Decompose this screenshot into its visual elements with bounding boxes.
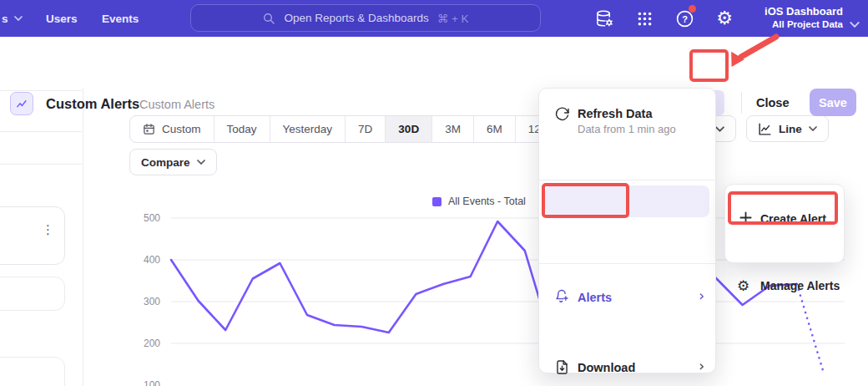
page-title: Custom Alerts [46,96,139,112]
range-yesterday[interactable]: Yesterday [270,116,346,142]
menu-item-rename[interactable]: Rename [539,303,715,335]
breadcrumb: Custom Alerts [139,98,214,111]
menu-item-download[interactable]: Download › [539,221,715,252]
svg-text:500: 500 [144,212,160,224]
svg-text:300: 300 [144,296,160,307]
chevron-down-icon [850,16,860,31]
nav-item-events[interactable]: Events [102,0,139,37]
project-switcher[interactable]: iOS Dashboard All Project Data [765,4,843,31]
alerts-submenu: Create Alert ⚙ Manage Alerts [724,184,845,263]
submenu-item-create-alert[interactable]: Create Alert [725,195,844,225]
range-7d[interactable]: 7D [346,116,386,142]
submenu-item-manage-alerts[interactable]: ⚙ Manage Alerts [725,228,844,258]
report-header: Custom Alerts Custom Alerts GV Duplicate… [0,37,868,88]
legend-swatch [432,197,442,206]
range-custom[interactable]: Custom [130,116,214,142]
gear-icon: ⚙ [737,277,749,294]
notification-dot [689,5,696,13]
nav-item-users[interactable]: Users [46,0,78,37]
menu-item-new-report[interactable]: New Report [539,270,715,302]
app-window: 500400300200100 All Events - Total ⋮ Cus… [0,0,868,386]
range-6m[interactable]: 6M [474,116,516,142]
calendar-icon [143,123,155,135]
menu-item-refresh-data[interactable]: Refresh Data Data from 1 min ago [539,95,715,135]
menu-divider [539,180,715,180]
range-3m[interactable]: 3M [432,116,474,142]
data-management-icon[interactable] [594,8,614,28]
range-today[interactable]: Today [214,116,270,142]
nav-item-truncated[interactable]: s [2,0,23,37]
chart-legend: All Events - Total [432,196,526,207]
project-subtitle: All Project Data [765,18,843,31]
svg-text:200: 200 [144,338,160,349]
kebab-menu-icon[interactable]: ⋮ [42,222,54,237]
search-shortcut: ⌘ + K [437,12,469,25]
range-custom-label: Custom [162,123,201,135]
legend-label: All Events - Total [448,196,526,207]
chevron-down-icon [715,126,724,132]
chevron-down-icon [14,16,23,21]
svg-text:?: ? [682,13,688,23]
refresh-status-text: Data from 1 min ago [578,123,676,135]
svg-text:100: 100 [144,379,160,386]
close-button[interactable]: Close [756,96,790,109]
menu-item-alerts[interactable]: Alerts › [539,185,715,217]
apps-grid-icon[interactable] [634,8,654,28]
header-divider [741,92,742,114]
svg-text:400: 400 [144,254,160,266]
save-button[interactable]: Save [810,89,856,116]
top-nav-bar: s Users Events Open Reports & Dashboards… [0,0,868,37]
global-search-input[interactable]: Open Reports & Dashboards ⌘ + K [190,4,541,32]
context-menu: Refresh Data Data from 1 min ago Undo ⌘ … [538,88,716,373]
menu-item-undo[interactable]: Undo ⌘ Z [539,140,715,172]
settings-gear-icon[interactable]: ⚙ [714,8,734,28]
search-icon [262,12,275,25]
range-30d-selected[interactable]: 30D [386,116,432,142]
search-placeholder: Open Reports & Dashboards [284,12,428,24]
refresh-icon [554,106,570,122]
menu-divider [539,263,715,264]
plus-icon [739,211,753,225]
project-title: iOS Dashboard [765,4,843,18]
report-type-icon [10,92,33,115]
menu-item-delete[interactable]: Delete [539,337,715,368]
date-range-control: Custom Today Yesterday 7D 30D 3M 6M 12M [129,115,563,143]
